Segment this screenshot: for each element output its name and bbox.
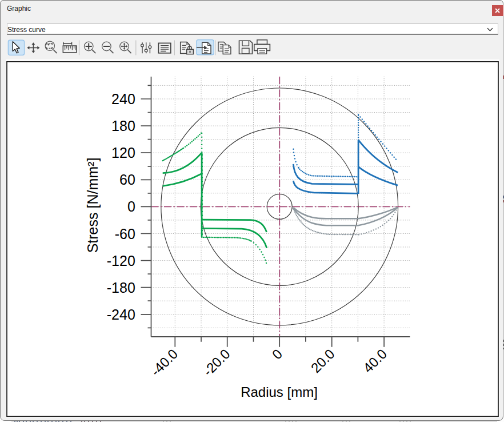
- svg-text:-240: -240: [107, 306, 135, 323]
- svg-text:180: 180: [111, 118, 135, 134]
- svg-text:-180: -180: [107, 280, 135, 296]
- svg-text:-120: -120: [107, 253, 135, 269]
- svg-text:240: 240: [111, 91, 135, 107]
- svg-text:120: 120: [111, 145, 135, 161]
- svg-text:-60: -60: [115, 226, 135, 242]
- svg-text:Radius [mm]: Radius [mm]: [241, 384, 318, 400]
- svg-text:0: 0: [127, 198, 135, 214]
- svg-text:60: 60: [119, 172, 135, 188]
- svg-text:Stress [N/mm²]: Stress [N/mm²]: [85, 158, 101, 253]
